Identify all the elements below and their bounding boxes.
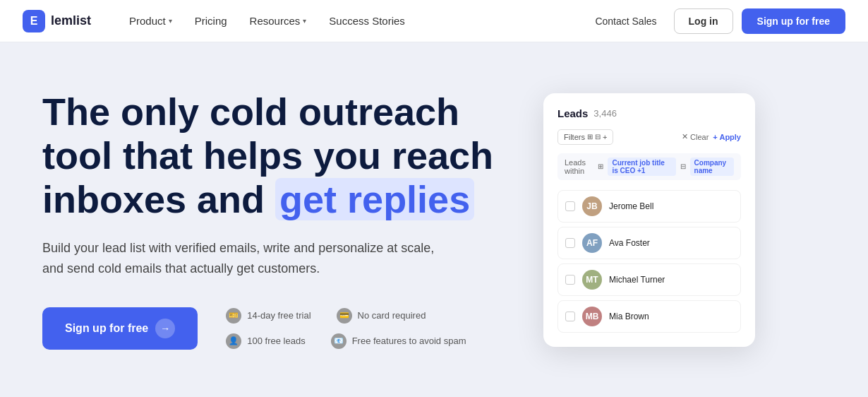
hero-badges: 🎫 14-day free trial 💳 No card required 👤… — [226, 308, 466, 349]
leads-header: Leads 3,446 — [557, 107, 741, 119]
tag-company[interactable]: Company name — [690, 158, 734, 176]
badges-row-2: 👤 100 free leads 📧 Free features to avoi… — [226, 333, 466, 349]
hero-title: The only cold outreach tool that helps y… — [42, 90, 494, 221]
hero-section: The only cold outreach tool that helps y… — [0, 42, 868, 397]
lead-row[interactable]: MB Mia Brown — [557, 300, 741, 333]
badge-leads: 👤 100 free leads — [226, 333, 305, 349]
hero-actions: Sign up for free → 🎫 14-day free trial 💳… — [42, 307, 494, 350]
login-button[interactable]: Log in — [674, 8, 733, 34]
hero-right: Leads 3,446 Filters ⊞ ⊟ + ✕ Clear + Appl… — [536, 93, 762, 347]
logo-text: lemlist — [51, 13, 91, 28]
x-icon: ✕ — [682, 132, 688, 141]
lead-checkbox-1[interactable] — [565, 201, 575, 211]
lead-avatar-4: MB — [582, 307, 602, 326]
badge-trial: 🎫 14-day free trial — [226, 308, 311, 324]
badges-row-1: 🎫 14-day free trial 💳 No card required — [226, 308, 466, 324]
filter-icon: ⊞ — [587, 133, 593, 141]
within-label: Leads within — [565, 158, 593, 175]
hero-subtitle: Build your lead list with verified email… — [42, 238, 438, 279]
hero-title-highlight: get replies — [275, 178, 474, 220]
arrow-icon: → — [155, 319, 175, 338]
signup-hero-button[interactable]: Sign up for free → — [42, 307, 198, 350]
filter-within-icon: ⊞ — [598, 162, 603, 170]
nav-right: Contact Sales Log in Sign up for free — [586, 8, 845, 34]
logo-area[interactable]: E lemlist — [23, 10, 91, 32]
lead-avatar-3: MT — [582, 270, 602, 290]
leads-title: Leads — [557, 107, 588, 119]
chevron-down-icon: ▾ — [169, 17, 172, 25]
lead-checkbox-3[interactable] — [565, 275, 575, 285]
filters-button[interactable]: Filters ⊞ ⊟ + — [557, 129, 613, 145]
nav-item-pricing[interactable]: Pricing — [185, 9, 237, 32]
badge-spam: 📧 Free features to avoid spam — [331, 333, 466, 349]
logo-icon: E — [23, 10, 45, 32]
lead-name-4: Mia Brown — [609, 312, 649, 321]
lead-name-3: Michael Turner — [609, 275, 665, 285]
apply-button[interactable]: + Apply — [713, 133, 741, 141]
nav-links: Product ▾ Pricing Resources ▾ Success St… — [119, 9, 586, 32]
lead-avatar-1: JB — [582, 196, 602, 216]
no-card-icon: 💳 — [337, 308, 352, 324]
lead-name-1: Jerome Bell — [609, 201, 653, 211]
navbar: E lemlist Product ▾ Pricing Resources ▾ … — [0, 0, 868, 42]
lead-row[interactable]: AF Ava Foster — [557, 227, 741, 259]
leads-icon: 👤 — [226, 333, 241, 349]
signup-nav-button[interactable]: Sign up for free — [742, 8, 845, 34]
leads-count: 3,446 — [593, 108, 617, 119]
lead-avatar-2: AF — [582, 233, 602, 253]
nav-item-product[interactable]: Product ▾ — [119, 9, 182, 32]
clear-button[interactable]: ✕ Clear — [682, 132, 709, 141]
spam-icon: 📧 — [331, 333, 346, 349]
lead-checkbox-4[interactable] — [565, 312, 575, 321]
lead-row[interactable]: JB Jerome Bell — [557, 190, 741, 223]
logo-letter: E — [30, 15, 38, 28]
contact-sales-link[interactable]: Contact Sales — [586, 10, 665, 32]
hero-left: The only cold outreach tool that helps y… — [42, 90, 494, 350]
nav-item-resources[interactable]: Resources ▾ — [240, 9, 317, 32]
plus-icon: + — [603, 133, 607, 141]
trial-icon: 🎫 — [226, 308, 241, 324]
tag-ceo[interactable]: Current job title is CEO +1 — [608, 158, 675, 176]
nav-item-success-stories[interactable]: Success Stories — [319, 9, 415, 32]
filter-icon2: ⊟ — [595, 133, 601, 141]
chevron-down-icon: ▾ — [303, 17, 306, 25]
leads-card: Leads 3,446 Filters ⊞ ⊟ + ✕ Clear + Appl… — [543, 93, 755, 347]
filter-company-icon: ⊟ — [680, 162, 686, 170]
leads-within-row: Leads within ⊞ Current job title is CEO … — [557, 153, 741, 180]
lead-row[interactable]: MT Michael Turner — [557, 263, 741, 296]
leads-filters: Filters ⊞ ⊟ + ✕ Clear + Apply — [557, 129, 741, 145]
leads-list: JB Jerome Bell AF Ava Foster MT Michael … — [557, 190, 741, 333]
lead-name-2: Ava Foster — [609, 238, 650, 248]
lead-checkbox-2[interactable] — [565, 238, 575, 248]
badge-no-card: 💳 No card required — [337, 308, 426, 324]
